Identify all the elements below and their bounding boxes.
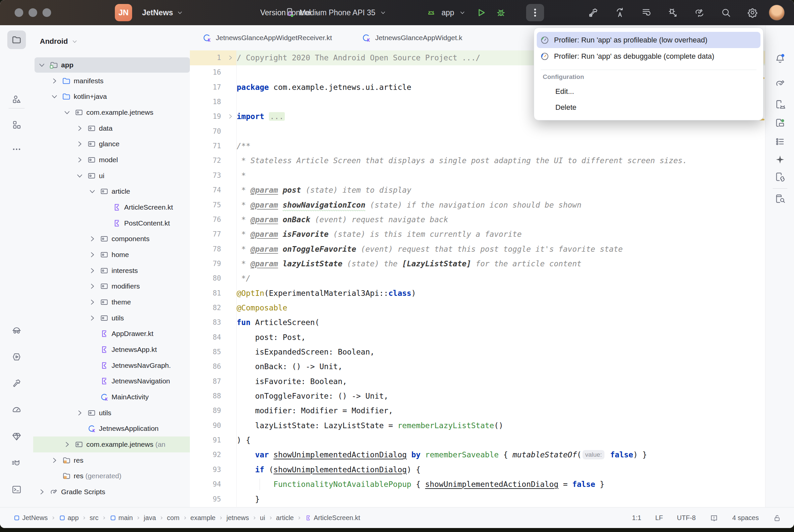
breadcrumb-item-app[interactable]: app (59, 514, 79, 522)
chevron-right-icon[interactable] (88, 314, 97, 323)
inspections-widget-icon[interactable] (710, 514, 718, 522)
tree-row-data[interactable]: data (33, 120, 190, 136)
notifications-tool-button[interactable] (774, 53, 786, 64)
popup-edit-item[interactable]: Edit... (555, 83, 574, 99)
fold-collapsed-icon[interactable] (226, 112, 234, 120)
breadcrumb-item-jetnews[interactable]: jetnews (226, 514, 249, 522)
run-button[interactable] (475, 7, 487, 18)
structure-tool-button[interactable] (7, 115, 26, 134)
chevron-down-icon[interactable] (459, 9, 466, 16)
tree-row-home[interactable]: home (33, 247, 190, 263)
code-line-93[interactable]: 93 if (showUnimplementedActionDialog) { (190, 462, 765, 477)
code-line-77[interactable]: 77 * @param isFavorite (state) is this i… (190, 227, 765, 242)
chevron-right-icon[interactable] (75, 139, 84, 149)
project-selector[interactable]: JetNews (142, 0, 184, 25)
code-line-72[interactable]: 72 * Stateless Article Screen that displ… (190, 153, 765, 168)
tree-row-kotlin-java[interactable]: kotlin+java (33, 89, 190, 104)
chevron-right-icon[interactable] (75, 155, 84, 165)
tab-jetnewsglanceappwidgetreceiver[interactable]: JetnewsGlanceAppWidgetReceiver.kt (202, 33, 332, 43)
breadcrumb-item-main[interactable]: main (110, 514, 133, 522)
tree-row-jetnewsapplication[interactable]: JetnewsApplication (33, 421, 190, 436)
run-config-name[interactable]: app (442, 8, 454, 17)
gradle-tool-button[interactable] (774, 78, 786, 89)
chevron-right-icon[interactable] (75, 408, 84, 418)
tree-row-ui[interactable]: ui (33, 168, 190, 184)
device-explorer-tool-button[interactable] (774, 193, 786, 204)
breadcrumb-item-com[interactable]: com (167, 514, 180, 522)
gradle-sync-icon[interactable] (694, 7, 705, 18)
chevron-down-icon[interactable] (37, 60, 47, 70)
code-line-91[interactable]: 91) { (190, 433, 765, 448)
tree-row-jetnewsapp-kt[interactable]: JetnewsApp.kt (33, 342, 190, 358)
code-line-78[interactable]: 78 * @param onToggleFavorite (event) req… (190, 242, 765, 257)
tree-row-utils[interactable]: utils (33, 405, 190, 421)
code-line-81[interactable]: 81@OptIn(ExperimentalMaterial3Api::class… (190, 286, 765, 301)
logcat-tool-button[interactable] (7, 454, 26, 472)
code-line-74[interactable]: 74 * @param post (state) item to display (190, 183, 765, 198)
code-line-76[interactable]: 76 * @param onBack (event) request navig… (190, 212, 765, 227)
apply-changes-icon[interactable] (614, 7, 625, 18)
code-line-85[interactable]: 85 isExpandedScreen: Boolean, (190, 345, 765, 360)
device-manager-tool-button[interactable] (774, 99, 786, 110)
zoom-window-button[interactable] (42, 8, 51, 17)
tree-row-components[interactable]: components (33, 231, 190, 247)
close-window-button[interactable] (15, 8, 23, 17)
minimize-window-button[interactable] (29, 8, 37, 17)
popup-item-profiler-run-app-as-debuggable-complete-[interactable]: Profiler: Run 'app' as debuggable (compl… (537, 48, 760, 64)
running-devices-tool-button[interactable] (774, 117, 786, 129)
gemini-tool-button[interactable] (774, 154, 786, 165)
profiler-tool-button[interactable] (7, 401, 26, 419)
device-selector[interactable]: Medium Phone API 35 (284, 0, 387, 25)
project-view-selector[interactable]: Android (40, 33, 78, 50)
breadcrumb-item-article[interactable]: article (276, 514, 294, 522)
tree-row-article[interactable]: article (33, 184, 190, 200)
run-tool-button[interactable] (7, 347, 26, 366)
tree-row-interests[interactable]: interests (33, 263, 190, 279)
fold-collapsed-icon[interactable] (226, 54, 234, 62)
user-avatar[interactable] (769, 5, 785, 21)
tree-row-manifests[interactable]: manifests (33, 73, 190, 89)
tree-row-com-example-jetnews[interactable]: com.example.jetnews (33, 104, 190, 120)
chevron-right-icon[interactable] (62, 440, 72, 449)
code-line-83[interactable]: 83fun ArticleScreen( (190, 315, 765, 330)
search-icon[interactable] (720, 7, 732, 18)
chevron-down-icon[interactable] (62, 108, 72, 117)
chevron-right-icon[interactable] (88, 250, 97, 259)
code-line-79[interactable]: 79 * @param lazyListState (state) the [L… (190, 256, 765, 271)
chevron-right-icon[interactable] (88, 266, 97, 275)
unlocked-icon[interactable] (773, 514, 781, 522)
popup-item-profiler-run-app-as-profileable-low-over[interactable]: Profiler: Run 'app' as profileable (low … (537, 32, 760, 48)
tree-row-jetnewsnavgraph[interactable]: JetnewsNavGraph. (33, 358, 190, 374)
chevron-right-icon[interactable] (37, 487, 47, 496)
code-line-89[interactable]: 89 modifier: Modifier = Modifier, (190, 403, 765, 418)
tree-row-model[interactable]: model (33, 152, 190, 168)
breadcrumb-item-articlescreen-kt[interactable]: ArticleScreen.kt (305, 514, 360, 522)
code-line-88[interactable]: 88 onToggleFavorite: () -> Unit, (190, 389, 765, 404)
tab-jetnewsglanceappwidget[interactable]: JetnewsGlanceAppWidget.k (361, 33, 462, 43)
terminal-tool-button[interactable] (7, 480, 26, 499)
resource-manager-tool-button[interactable] (7, 90, 26, 109)
code-line-82[interactable]: 82@Composable (190, 301, 765, 316)
chevron-down-icon[interactable] (75, 171, 84, 180)
code-line-73[interactable]: 73 * (190, 168, 765, 183)
tree-row-glance[interactable]: glance (33, 136, 190, 152)
code-line-70[interactable]: 70 (190, 124, 765, 139)
tree-row-gradle-scripts[interactable]: Gradle Scripts (33, 484, 190, 500)
chevron-right-icon[interactable] (88, 234, 97, 244)
indent-widget[interactable]: 4 spaces (732, 514, 759, 522)
chevron-right-icon[interactable] (88, 298, 97, 307)
attach-debugger-icon[interactable] (667, 7, 679, 18)
settings-gear-icon[interactable] (747, 7, 758, 18)
popup-delete-item[interactable]: Delete (555, 99, 577, 115)
code-line-95[interactable]: 95 } (190, 492, 765, 507)
tree-row-com-example-jetnews[interactable]: com.example.jetnews (an (33, 436, 190, 452)
tree-row-res[interactable]: res (generated) (33, 468, 190, 484)
chevron-right-icon[interactable] (88, 282, 97, 291)
tree-row-mainactivity[interactable]: MainActivity (33, 389, 190, 405)
breadcrumb-item-example[interactable]: example (190, 514, 216, 522)
code-line-80[interactable]: 80 */ (190, 271, 765, 286)
code-line-87[interactable]: 87 isFavorite: Boolean, (190, 374, 765, 389)
caret-position-widget[interactable]: 1:1 (632, 514, 641, 522)
code-line-90[interactable]: 90 lazyListState: LazyListState = rememb… (190, 418, 765, 433)
breadcrumb-item-src[interactable]: src (90, 514, 98, 522)
